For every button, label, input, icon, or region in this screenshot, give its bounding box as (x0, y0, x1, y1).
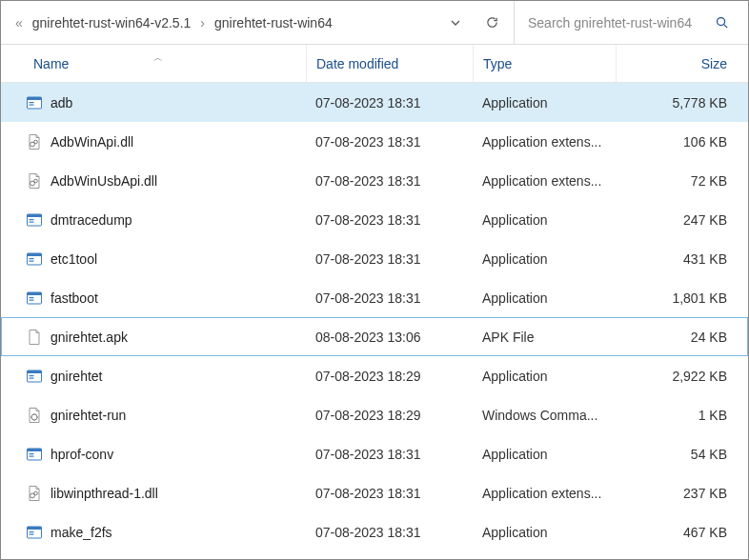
file-date: 07-08-2023 18:31 (306, 486, 473, 501)
svg-line-1 (724, 25, 727, 28)
svg-rect-35 (30, 531, 34, 532)
file-size: 237 KB (616, 486, 748, 501)
column-headers: Name ︿ Date modified Type Size (1, 45, 748, 83)
column-header-label: Name (33, 56, 69, 71)
file-size: 24 KB (616, 330, 748, 345)
exe-icon (26, 94, 43, 111)
column-header-label: Type (483, 56, 512, 71)
file-size: 54 KB (616, 447, 748, 462)
file-date: 07-08-2023 18:29 (306, 369, 473, 384)
file-size: 247 KB (616, 212, 748, 228)
file-row[interactable]: gnirehtet07-08-2023 18:29Application2,92… (1, 356, 748, 395)
svg-rect-11 (28, 214, 42, 217)
file-row[interactable]: gnirehtet-run07-08-2023 18:29Windows Com… (1, 395, 748, 434)
history-dropdown-button[interactable] (441, 9, 470, 37)
file-date: 07-08-2023 18:31 (306, 251, 473, 267)
svg-rect-4 (30, 102, 34, 103)
file-row[interactable]: dmtracedump07-08-2023 18:31Application24… (1, 200, 748, 239)
file-name: fastboot (51, 290, 98, 306)
svg-rect-23 (28, 370, 42, 373)
file-list[interactable]: adb07-08-2023 18:31Application5,778 KBAd… (1, 83, 748, 559)
file-date: 07-08-2023 18:29 (306, 408, 473, 423)
svg-rect-3 (28, 97, 42, 100)
file-size: 5,778 KB (616, 95, 748, 110)
file-row[interactable]: fastboot07-08-2023 18:31Application1,801… (1, 278, 748, 317)
breadcrumb-part-1[interactable]: gnirehtet-rust-win64-v2.5.1 (32, 15, 192, 30)
exe-icon (26, 368, 43, 385)
file-date: 07-08-2023 18:31 (306, 525, 473, 540)
explorer-window: « gnirehtet-rust-win64-v2.5.1 › gnirehte… (0, 0, 749, 560)
exe-icon (26, 290, 43, 307)
svg-rect-30 (30, 455, 34, 456)
file-date: 07-08-2023 18:31 (306, 447, 473, 462)
file-row[interactable]: adb07-08-2023 18:31Application5,778 KB (1, 83, 748, 122)
column-header-label: Date modified (316, 56, 398, 71)
file-date: 07-08-2023 18:31 (306, 290, 473, 306)
svg-rect-15 (28, 253, 42, 256)
column-header-type[interactable]: Type (473, 45, 616, 82)
file-date: 07-08-2023 18:31 (306, 95, 473, 110)
column-header-name[interactable]: Name ︿ (1, 45, 306, 82)
breadcrumb-part-2[interactable]: gnirehtet-rust-win64 (214, 15, 333, 30)
search-box[interactable] (514, 1, 739, 44)
file-type: Application (473, 212, 616, 228)
svg-rect-25 (30, 377, 34, 378)
cmd-icon (26, 407, 43, 424)
file-row[interactable]: etc1tool07-08-2023 18:31Application431 K… (1, 239, 748, 278)
file-name: gnirehtet-run (51, 408, 126, 423)
dll-icon (26, 485, 43, 502)
file-row[interactable]: libwinpthread-1.dll07-08-2023 18:31Appli… (1, 473, 748, 512)
svg-rect-24 (30, 375, 34, 376)
search-icon[interactable] (715, 15, 729, 30)
file-date: 07-08-2023 18:31 (306, 212, 473, 228)
svg-rect-29 (30, 453, 34, 454)
file-date: 08-08-2023 13:06 (306, 330, 473, 345)
svg-rect-20 (30, 297, 34, 298)
svg-rect-36 (30, 533, 34, 534)
file-type: Application extens... (473, 173, 616, 189)
file-name: adb (51, 95, 72, 110)
file-name: dmtracedump (51, 212, 132, 228)
search-input[interactable] (526, 14, 707, 31)
breadcrumb-overflow[interactable]: « (15, 15, 23, 30)
column-header-date[interactable]: Date modified (306, 45, 473, 82)
exe-icon (26, 446, 43, 463)
file-type: Application (473, 95, 616, 110)
svg-rect-17 (30, 260, 34, 261)
file-row[interactable]: AdbWinApi.dll07-08-2023 18:31Application… (1, 122, 748, 161)
refresh-button[interactable] (477, 9, 506, 37)
file-date: 07-08-2023 18:31 (306, 173, 473, 189)
dll-icon (26, 172, 43, 190)
file-date: 07-08-2023 18:31 (306, 134, 473, 150)
svg-rect-19 (28, 292, 42, 295)
file-type: Application (473, 447, 616, 462)
address-toolbar: « gnirehtet-rust-win64-v2.5.1 › gnirehte… (1, 1, 748, 45)
column-header-size[interactable]: Size (616, 45, 748, 82)
chevron-down-icon (450, 17, 461, 29)
file-name: AdbWinUsbApi.dll (51, 173, 157, 189)
file-size: 1,801 KB (616, 290, 748, 306)
file-row[interactable]: AdbWinUsbApi.dll07-08-2023 18:31Applicat… (1, 161, 748, 200)
file-size: 72 KB (616, 173, 748, 189)
file-row[interactable]: hprof-conv07-08-2023 18:31Application54 … (1, 434, 748, 473)
file-type: Application extens... (473, 134, 616, 150)
file-type: Windows Comma... (473, 408, 616, 423)
file-type: Application (473, 525, 616, 540)
file-icon (26, 329, 43, 346)
svg-rect-13 (30, 221, 34, 222)
svg-rect-12 (30, 219, 34, 220)
svg-rect-5 (30, 104, 34, 105)
exe-icon (26, 524, 43, 541)
svg-rect-16 (30, 258, 34, 259)
file-row[interactable]: make_f2fs07-08-2023 18:31Application467 … (1, 512, 748, 551)
file-row[interactable]: gnirehtet.apk08-08-2023 13:06APK File24 … (1, 317, 748, 356)
breadcrumb[interactable]: « gnirehtet-rust-win64-v2.5.1 › gnirehte… (10, 15, 333, 30)
file-size: 467 KB (616, 525, 748, 540)
file-size: 1 KB (616, 408, 748, 423)
refresh-icon (485, 15, 499, 30)
svg-rect-21 (30, 299, 34, 300)
file-name: gnirehtet (51, 369, 102, 384)
file-name: gnirehtet.apk (51, 330, 128, 345)
file-type: APK File (473, 330, 616, 345)
exe-icon (26, 250, 43, 268)
